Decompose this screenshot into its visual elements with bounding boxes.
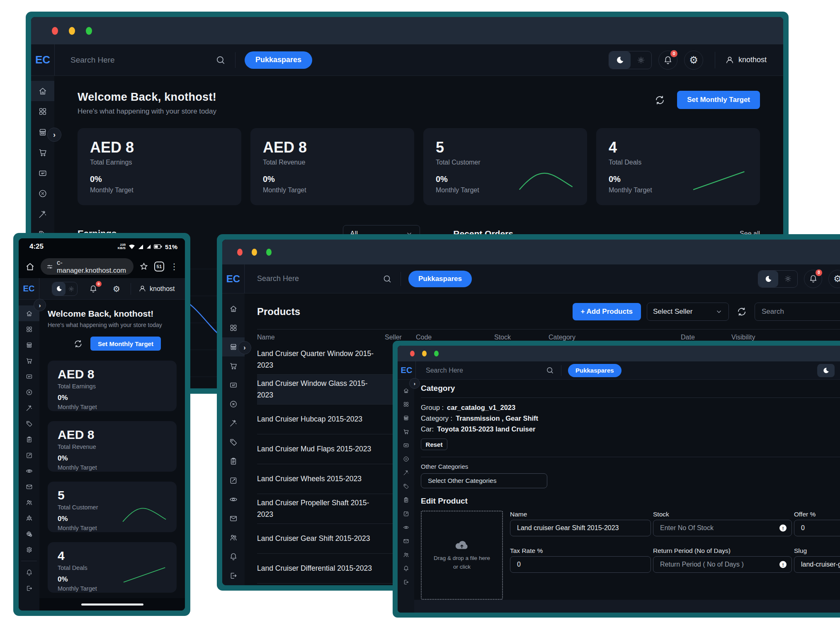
sidebar-item-tag-icon[interactable]: [222, 433, 245, 452]
search-icon[interactable]: [546, 366, 554, 375]
sidebar-item-clipboard-icon[interactable]: [19, 431, 39, 447]
minimize-window-button[interactable]: [252, 249, 257, 256]
sidebar-item-people-icon[interactable]: [398, 548, 414, 562]
sidebar-item-home-icon[interactable]: [31, 81, 54, 101]
minimize-window-button[interactable]: [69, 27, 75, 35]
settings-button[interactable]: ⚙: [109, 281, 124, 296]
name-input[interactable]: [510, 520, 651, 536]
sidebar-item-grid-icon[interactable]: [31, 101, 54, 121]
set-monthly-target-button[interactable]: Set Monthly Target: [677, 91, 760, 109]
sidebar-item-return-icon[interactable]: [222, 376, 245, 395]
sidebar-item-eye-icon[interactable]: [222, 490, 245, 509]
sidebar-item-people-icon[interactable]: [222, 528, 245, 547]
sidebar-item-wand-icon[interactable]: [31, 204, 54, 224]
sidebar-item-home-icon[interactable]: [222, 299, 245, 318]
sun-icon[interactable]: [631, 51, 651, 69]
sidebar-item-logout-icon[interactable]: [398, 575, 414, 589]
sidebar-item-store-icon[interactable]: [19, 337, 39, 353]
browser-menu-button[interactable]: ⋮: [170, 262, 178, 271]
sidebar-item-circlex-icon[interactable]: [398, 452, 414, 466]
notifications-button[interactable]: 0: [804, 270, 822, 288]
sun-icon[interactable]: [66, 282, 77, 296]
return-period-input[interactable]: [653, 557, 791, 572]
reset-button[interactable]: Reset: [421, 439, 447, 450]
search-input[interactable]: Search Here: [55, 44, 235, 75]
store-name-button[interactable]: Pukkaspares: [568, 364, 622, 377]
sidebar-item-logout-icon[interactable]: [19, 580, 39, 596]
sidebar-expand-button[interactable]: ›: [409, 378, 420, 389]
sidebar-item-cart-icon[interactable]: [398, 425, 414, 439]
sidebar-item-edit-icon[interactable]: [222, 471, 245, 490]
sidebar-item-mail-icon[interactable]: [19, 479, 39, 494]
sidebar-item-tag-icon[interactable]: [398, 480, 414, 493]
sidebar-item-bell-icon[interactable]: [19, 565, 39, 580]
sun-icon[interactable]: [778, 271, 797, 287]
slug-input[interactable]: [794, 557, 840, 572]
sidebar-item-store-icon[interactable]: [398, 411, 414, 425]
sidebar-item-eye-icon[interactable]: [398, 521, 414, 534]
sidebar-item-circlex-icon[interactable]: [19, 384, 39, 400]
sidebar-item-clipboard-icon[interactable]: [398, 493, 414, 507]
sidebar-item-cart-icon[interactable]: [19, 353, 39, 368]
address-bar[interactable]: c-manager.knothost.com: [41, 258, 134, 275]
sidebar-item-bell-icon[interactable]: [398, 562, 414, 575]
sidebar-item-bell-icon[interactable]: [222, 547, 245, 566]
notifications-button[interactable]: 0: [658, 51, 677, 70]
site-settings-icon[interactable]: [46, 263, 53, 270]
search-input[interactable]: Search Here: [416, 361, 561, 379]
gesture-handle[interactable]: [81, 603, 143, 606]
sidebar-item-mail-icon[interactable]: [398, 534, 414, 548]
sidebar-item-return-icon[interactable]: [31, 163, 54, 183]
close-window-button[interactable]: [52, 27, 58, 35]
sidebar-item-circlex-icon[interactable]: [31, 183, 54, 204]
sidebar-item-grid-icon[interactable]: [398, 397, 414, 411]
sidebar-item-wand-icon[interactable]: [222, 414, 245, 433]
sidebar-item-grid-icon[interactable]: [19, 321, 39, 337]
sidebar-item-return-icon[interactable]: [398, 439, 414, 452]
image-dropzone[interactable]: Drag & drop a file here or click: [421, 511, 503, 600]
minimize-window-button[interactable]: [422, 351, 427, 356]
sidebar-item-cart-icon[interactable]: [222, 356, 245, 376]
refresh-icon[interactable]: [736, 306, 747, 317]
window-titlebar[interactable]: [31, 17, 783, 44]
window-titlebar[interactable]: [222, 240, 840, 264]
theme-toggle[interactable]: [52, 282, 78, 296]
maximize-window-button[interactable]: [266, 249, 272, 256]
refresh-icon[interactable]: [654, 94, 665, 106]
theme-toggle[interactable]: [758, 270, 798, 288]
sidebar-item-wand-icon[interactable]: [398, 466, 414, 480]
sidebar-item-logout-icon[interactable]: [222, 566, 245, 585]
sidebar-item-globe-icon[interactable]: [19, 526, 39, 542]
products-search-input[interactable]: [755, 303, 840, 321]
add-products-button[interactable]: + Add Products: [573, 303, 641, 320]
search-input[interactable]: Search Here: [245, 264, 401, 293]
store-name-button[interactable]: Pukkaspares: [245, 51, 312, 69]
window-titlebar[interactable]: [398, 346, 840, 361]
moon-icon[interactable]: [609, 51, 631, 69]
sidebar-item-edit-icon[interactable]: [398, 507, 414, 521]
sidebar-item-circlex-icon[interactable]: [222, 395, 245, 414]
sidebar-item-tag-icon[interactable]: [19, 416, 39, 431]
sidebar-item-eye-icon[interactable]: [19, 463, 39, 479]
theme-toggle[interactable]: [817, 363, 840, 378]
search-icon[interactable]: [382, 274, 392, 284]
set-monthly-target-button[interactable]: Set Monthly Target: [90, 337, 161, 351]
sidebar-item-edit-icon[interactable]: [19, 447, 39, 463]
notifications-button[interactable]: 0: [86, 281, 101, 296]
offer-input[interactable]: [794, 520, 840, 536]
search-icon[interactable]: [215, 55, 226, 65]
bookmark-star-button[interactable]: [139, 262, 148, 271]
select-seller-dropdown[interactable]: Select Seller: [647, 303, 729, 321]
sidebar-item-grid-icon[interactable]: [222, 318, 245, 337]
sun-icon[interactable]: [835, 364, 840, 377]
tax-input[interactable]: [510, 557, 651, 572]
theme-toggle[interactable]: [609, 51, 652, 69]
store-name-button[interactable]: Pukkaspares: [408, 271, 472, 287]
sidebar-expand-button[interactable]: ›: [34, 299, 46, 311]
refresh-icon[interactable]: [73, 339, 83, 349]
gesture-navigation-bar[interactable]: [39, 598, 185, 611]
moon-icon[interactable]: [817, 364, 835, 377]
moon-icon[interactable]: [758, 271, 778, 287]
maximize-window-button[interactable]: [434, 351, 439, 356]
tab-count-button[interactable]: 51: [154, 262, 164, 271]
